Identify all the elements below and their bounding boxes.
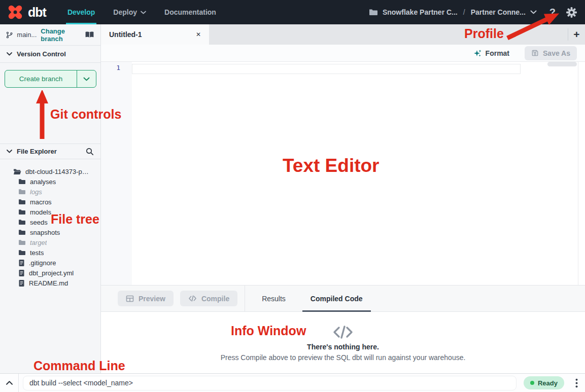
chevron-up-icon — [6, 380, 13, 385]
create-branch-button[interactable]: Create branch — [5, 70, 96, 88]
folder-icon — [18, 229, 26, 235]
version-control-title: Version Control — [17, 50, 66, 58]
format-label: Format — [486, 49, 509, 57]
compile-button[interactable]: Compile — [180, 291, 237, 306]
close-tab-icon[interactable]: ✕ — [196, 31, 201, 38]
code-area[interactable] — [132, 62, 585, 285]
folder-icon — [18, 189, 26, 195]
project-switcher: Snowflake Partner C... / Partner Conne..… — [369, 7, 577, 18]
command-input[interactable]: dbt build --select <model_name> — [23, 376, 517, 390]
empty-state-title: There's nothing here. — [307, 343, 379, 351]
tree-item-snapshots[interactable]: snapshots — [0, 227, 100, 237]
folder-icon — [18, 179, 26, 185]
create-branch-menu-button[interactable] — [77, 70, 96, 87]
tree-item-models[interactable]: models — [0, 207, 100, 217]
chevron-down-icon — [83, 77, 90, 81]
compile-label: Compile — [201, 295, 229, 303]
command-bar-divider — [18, 374, 19, 392]
file-explorer-title: File Explorer — [17, 148, 57, 155]
sparkle-icon — [473, 49, 481, 57]
file-tree: dbt-cloud-114373-partn... analyses logs … — [0, 159, 100, 288]
top-navigation-bar: dbt Develop Deploy Documentation Snowfla… — [0, 0, 585, 24]
editor-scroll-gutter — [578, 62, 578, 285]
folder-icon — [18, 219, 26, 225]
save-icon — [531, 49, 539, 57]
editor-toolbar: Format Save As — [101, 45, 585, 62]
dbt-logo[interactable]: dbt — [7, 4, 46, 20]
branch-bar: main... Change branch — [0, 24, 100, 46]
tree-item-macros[interactable]: macros — [0, 197, 100, 207]
file-icon — [18, 279, 25, 287]
git-branch-icon — [6, 31, 13, 39]
nav-documentation[interactable]: Documentation — [164, 0, 216, 24]
tree-item-seeds[interactable]: seeds — [0, 217, 100, 227]
code-icon — [188, 295, 197, 302]
text-editor[interactable]: 1 — [101, 62, 585, 285]
file-search-icon[interactable] — [86, 148, 94, 156]
info-window: There's nothing here. Press Compile abov… — [101, 312, 585, 373]
file-icon — [18, 259, 25, 267]
status-badge: Ready — [524, 376, 564, 389]
help-icon[interactable]: ? — [549, 7, 556, 18]
editor-panel: Untitled-1 ✕ + Format Save As — [101, 24, 585, 373]
command-line-bar: dbt build --select <model_name> Ready — [0, 373, 585, 392]
change-branch-link[interactable]: Change branch — [41, 27, 81, 43]
folder-icon — [18, 199, 26, 205]
create-branch-label[interactable]: Create branch — [5, 70, 77, 87]
tree-item-dbt-project-yml[interactable]: dbt_project.yml — [0, 268, 100, 278]
nav-develop[interactable]: Develop — [67, 0, 95, 24]
current-line-highlight[interactable] — [132, 64, 521, 74]
expand-command-bar-button[interactable] — [0, 380, 18, 385]
tree-item-analyses[interactable]: analyses — [0, 176, 100, 187]
chevron-down-icon[interactable] — [530, 10, 537, 14]
save-as-button[interactable]: Save As — [525, 46, 577, 60]
kebab-menu-icon[interactable] — [570, 378, 583, 388]
tree-item-logs[interactable]: logs — [0, 187, 100, 197]
chevron-down-icon — [7, 150, 12, 153]
version-control-header[interactable]: Version Control — [0, 46, 100, 63]
account-name[interactable]: Snowflake Partner C... — [383, 8, 458, 16]
tab-title: Untitled-1 — [109, 30, 192, 39]
settings-gear-icon[interactable] — [566, 7, 577, 18]
current-branch-name: main... — [17, 31, 37, 39]
dbt-logo-text: dbt — [28, 5, 46, 20]
sidebar: main... Change branch Version Control Cr… — [0, 24, 101, 373]
main-area: main... Change branch Version Control Cr… — [0, 24, 585, 373]
folder-icon — [18, 239, 26, 245]
status-label: Ready — [538, 379, 558, 387]
panel-divider — [245, 286, 245, 311]
empty-state-message: Press Compile above to preview the SQL d… — [221, 353, 466, 362]
dbt-logo-icon — [7, 4, 23, 20]
bottom-panel-header: Preview Compile Results Compiled Code — [101, 285, 585, 312]
folder-icon — [18, 250, 26, 256]
chevron-down-icon — [7, 52, 12, 56]
save-as-label: Save As — [543, 49, 570, 57]
tree-item-readme[interactable]: README.md — [0, 278, 100, 288]
docs-book-icon[interactable] — [85, 31, 94, 39]
tree-item-project-root[interactable]: dbt-cloud-114373-partn... — [0, 166, 100, 176]
line-number-gutter: 1 — [101, 62, 132, 285]
editor-tab-bar: Untitled-1 ✕ + — [101, 24, 585, 45]
code-icon — [332, 324, 354, 340]
git-controls: Create branch — [0, 63, 100, 88]
tab-untitled-1[interactable]: Untitled-1 ✕ — [101, 24, 209, 45]
line-number: 1 — [101, 64, 132, 72]
file-explorer-header[interactable]: File Explorer — [0, 144, 100, 159]
tree-item-tests[interactable]: tests — [0, 247, 100, 258]
tab-compiled-code[interactable]: Compiled Code — [302, 286, 371, 311]
preview-button[interactable]: Preview — [118, 291, 174, 306]
tree-item-gitignore[interactable]: .gitignore — [0, 258, 100, 268]
preview-label: Preview — [139, 295, 165, 303]
main-nav: Develop Deploy Documentation — [67, 0, 216, 24]
folder-icon — [18, 209, 26, 215]
nav-deploy[interactable]: Deploy — [113, 0, 146, 24]
tab-results[interactable]: Results — [254, 286, 294, 311]
breadcrumb-separator: / — [462, 8, 466, 16]
file-icon — [18, 269, 25, 277]
new-tab-button[interactable]: + — [568, 24, 585, 45]
format-button[interactable]: Format — [473, 49, 509, 57]
tree-item-target[interactable]: target — [0, 237, 100, 247]
dbt-cloud-ide: dbt Develop Deploy Documentation Snowfla… — [0, 0, 585, 392]
scrollbar-thumb[interactable] — [547, 62, 577, 66]
project-name[interactable]: Partner Conne... — [471, 8, 526, 16]
